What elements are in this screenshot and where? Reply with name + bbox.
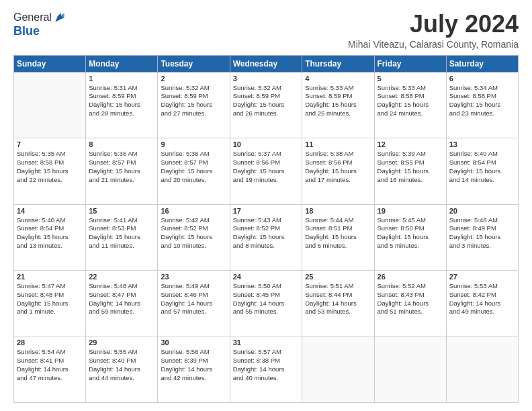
table-row: 18Sunrise: 5:44 AM Sunset: 8:51 PM Dayli…: [302, 204, 374, 270]
day-info: Sunrise: 5:36 AM Sunset: 8:57 PM Dayligh…: [89, 150, 154, 184]
day-number: 22: [89, 273, 154, 281]
day-info: Sunrise: 5:46 AM Sunset: 8:49 PM Dayligh…: [449, 216, 515, 250]
day-info: Sunrise: 5:54 AM Sunset: 8:41 PM Dayligh…: [17, 348, 83, 382]
day-number: 10: [233, 140, 300, 148]
table-row: 7Sunrise: 5:35 AM Sunset: 8:58 PM Daylig…: [14, 138, 86, 204]
day-info: Sunrise: 5:42 AM Sunset: 8:52 PM Dayligh…: [161, 216, 226, 250]
day-info: Sunrise: 5:32 AM Sunset: 8:59 PM Dayligh…: [161, 84, 226, 118]
table-row: 20Sunrise: 5:46 AM Sunset: 8:49 PM Dayli…: [446, 204, 518, 270]
calendar-week-row: 7Sunrise: 5:35 AM Sunset: 8:58 PM Daylig…: [14, 138, 519, 204]
calendar-week-row: 1Sunrise: 5:31 AM Sunset: 8:59 PM Daylig…: [14, 72, 519, 138]
col-thursday: Thursday: [302, 55, 374, 72]
day-number: 16: [161, 207, 226, 215]
logo-icon: [53, 11, 66, 24]
col-monday: Monday: [86, 55, 158, 72]
day-number: 28: [17, 338, 83, 347]
table-row: 6Sunrise: 5:34 AM Sunset: 8:58 PM Daylig…: [446, 72, 518, 138]
col-saturday: Saturday: [446, 55, 518, 72]
table-row: 30Sunrise: 5:56 AM Sunset: 8:39 PM Dayli…: [158, 336, 230, 403]
day-number: 30: [161, 338, 226, 347]
calendar-week-row: 28Sunrise: 5:54 AM Sunset: 8:41 PM Dayli…: [14, 336, 519, 403]
day-info: Sunrise: 5:50 AM Sunset: 8:45 PM Dayligh…: [233, 282, 300, 316]
day-info: Sunrise: 5:56 AM Sunset: 8:39 PM Dayligh…: [161, 348, 226, 382]
page: General Blue July 2024 Mihai Viteazu, Ca…: [0, 0, 532, 411]
day-number: 25: [305, 273, 371, 281]
day-info: Sunrise: 5:35 AM Sunset: 8:58 PM Dayligh…: [17, 150, 83, 184]
calendar-week-row: 21Sunrise: 5:47 AM Sunset: 8:48 PM Dayli…: [14, 271, 519, 336]
day-info: Sunrise: 5:40 AM Sunset: 8:54 PM Dayligh…: [17, 216, 83, 250]
table-row: 19Sunrise: 5:45 AM Sunset: 8:50 PM Dayli…: [374, 204, 446, 270]
day-number: 2: [161, 75, 226, 83]
day-info: Sunrise: 5:49 AM Sunset: 8:46 PM Dayligh…: [161, 282, 226, 316]
day-info: Sunrise: 5:45 AM Sunset: 8:50 PM Dayligh…: [378, 216, 443, 250]
day-number: 17: [233, 207, 300, 215]
day-info: Sunrise: 5:37 AM Sunset: 8:56 PM Dayligh…: [233, 150, 300, 184]
logo-general-text: General: [13, 11, 52, 24]
day-info: Sunrise: 5:55 AM Sunset: 8:40 PM Dayligh…: [89, 348, 154, 382]
table-row: 4Sunrise: 5:33 AM Sunset: 8:59 PM Daylig…: [302, 72, 374, 138]
table-row: 22Sunrise: 5:48 AM Sunset: 8:47 PM Dayli…: [86, 271, 158, 336]
table-row: [446, 336, 518, 403]
col-wednesday: Wednesday: [230, 55, 302, 72]
day-number: 9: [161, 140, 226, 148]
day-info: Sunrise: 5:33 AM Sunset: 8:58 PM Dayligh…: [378, 84, 443, 118]
table-row: 25Sunrise: 5:51 AM Sunset: 8:44 PM Dayli…: [302, 271, 374, 336]
day-number: 1: [89, 75, 154, 83]
table-row: 28Sunrise: 5:54 AM Sunset: 8:41 PM Dayli…: [14, 336, 86, 403]
table-row: 16Sunrise: 5:42 AM Sunset: 8:52 PM Dayli…: [158, 204, 230, 270]
table-row: 2Sunrise: 5:32 AM Sunset: 8:59 PM Daylig…: [158, 72, 230, 138]
day-info: Sunrise: 5:53 AM Sunset: 8:42 PM Dayligh…: [449, 282, 515, 316]
title-block: July 2024 Mihai Viteazu, Calarasi County…: [348, 11, 519, 50]
day-number: 8: [89, 140, 154, 148]
table-row: 17Sunrise: 5:43 AM Sunset: 8:52 PM Dayli…: [230, 204, 302, 270]
day-info: Sunrise: 5:52 AM Sunset: 8:43 PM Dayligh…: [378, 282, 443, 316]
logo: General Blue: [13, 11, 66, 38]
table-row: 15Sunrise: 5:41 AM Sunset: 8:53 PM Dayli…: [86, 204, 158, 270]
table-row: [374, 336, 446, 403]
day-info: Sunrise: 5:39 AM Sunset: 8:55 PM Dayligh…: [378, 150, 443, 184]
table-row: 24Sunrise: 5:50 AM Sunset: 8:45 PM Dayli…: [230, 271, 302, 336]
col-tuesday: Tuesday: [158, 55, 230, 72]
day-info: Sunrise: 5:31 AM Sunset: 8:59 PM Dayligh…: [89, 84, 154, 118]
month-title: July 2024: [348, 11, 519, 38]
day-info: Sunrise: 5:48 AM Sunset: 8:47 PM Dayligh…: [89, 282, 154, 316]
table-row: 29Sunrise: 5:55 AM Sunset: 8:40 PM Dayli…: [86, 336, 158, 403]
table-row: 23Sunrise: 5:49 AM Sunset: 8:46 PM Dayli…: [158, 271, 230, 336]
day-number: 31: [233, 338, 300, 347]
calendar-week-row: 14Sunrise: 5:40 AM Sunset: 8:54 PM Dayli…: [14, 204, 519, 270]
day-info: Sunrise: 5:47 AM Sunset: 8:48 PM Dayligh…: [17, 282, 83, 316]
day-number: 18: [305, 207, 371, 215]
day-number: 4: [305, 75, 371, 83]
table-row: 11Sunrise: 5:38 AM Sunset: 8:56 PM Dayli…: [302, 138, 374, 204]
table-row: 31Sunrise: 5:57 AM Sunset: 8:38 PM Dayli…: [230, 336, 302, 403]
day-info: Sunrise: 5:38 AM Sunset: 8:56 PM Dayligh…: [305, 150, 371, 184]
day-info: Sunrise: 5:57 AM Sunset: 8:38 PM Dayligh…: [233, 348, 300, 382]
day-info: Sunrise: 5:44 AM Sunset: 8:51 PM Dayligh…: [305, 216, 371, 250]
table-row: 1Sunrise: 5:31 AM Sunset: 8:59 PM Daylig…: [86, 72, 158, 138]
day-number: 11: [305, 140, 371, 148]
table-row: 5Sunrise: 5:33 AM Sunset: 8:58 PM Daylig…: [374, 72, 446, 138]
day-number: 3: [233, 75, 300, 83]
table-row: 27Sunrise: 5:53 AM Sunset: 8:42 PM Dayli…: [446, 271, 518, 336]
table-row: 3Sunrise: 5:32 AM Sunset: 8:59 PM Daylig…: [230, 72, 302, 138]
day-number: 20: [449, 207, 515, 215]
day-info: Sunrise: 5:34 AM Sunset: 8:58 PM Dayligh…: [449, 84, 515, 118]
table-row: 8Sunrise: 5:36 AM Sunset: 8:57 PM Daylig…: [86, 138, 158, 204]
day-number: 26: [378, 273, 443, 281]
day-info: Sunrise: 5:33 AM Sunset: 8:59 PM Dayligh…: [305, 84, 371, 118]
day-number: 13: [449, 140, 515, 148]
day-number: 7: [17, 140, 83, 148]
day-info: Sunrise: 5:51 AM Sunset: 8:44 PM Dayligh…: [305, 282, 371, 316]
table-row: [14, 72, 86, 138]
day-number: 5: [378, 75, 443, 83]
table-row: 10Sunrise: 5:37 AM Sunset: 8:56 PM Dayli…: [230, 138, 302, 204]
table-row: 14Sunrise: 5:40 AM Sunset: 8:54 PM Dayli…: [14, 204, 86, 270]
table-row: 13Sunrise: 5:40 AM Sunset: 8:54 PM Dayli…: [446, 138, 518, 204]
day-info: Sunrise: 5:40 AM Sunset: 8:54 PM Dayligh…: [449, 150, 515, 184]
table-row: 12Sunrise: 5:39 AM Sunset: 8:55 PM Dayli…: [374, 138, 446, 204]
table-row: 26Sunrise: 5:52 AM Sunset: 8:43 PM Dayli…: [374, 271, 446, 336]
day-info: Sunrise: 5:32 AM Sunset: 8:59 PM Dayligh…: [233, 84, 300, 118]
table-row: [302, 336, 374, 403]
table-row: 9Sunrise: 5:36 AM Sunset: 8:57 PM Daylig…: [158, 138, 230, 204]
day-number: 21: [17, 273, 83, 281]
